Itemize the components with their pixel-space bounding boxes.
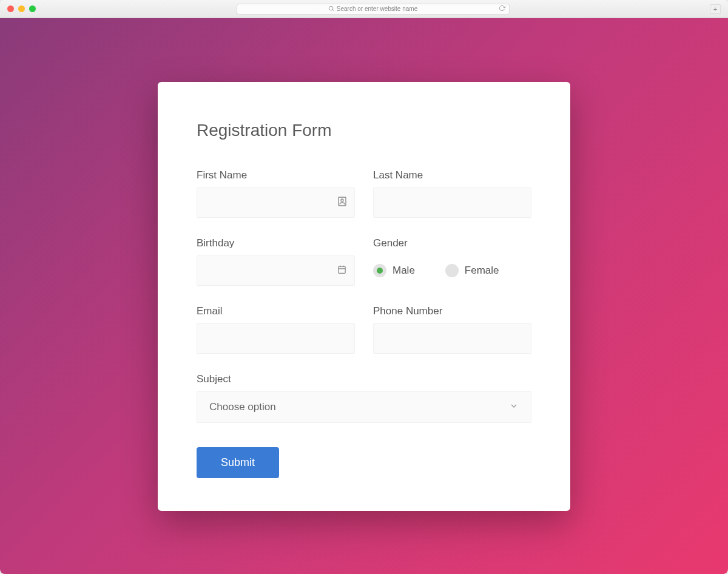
gender-male-radio[interactable]: Male [373, 264, 415, 277]
phone-input[interactable] [373, 323, 531, 354]
svg-line-1 [332, 9, 334, 10]
form-title: Registration Form [197, 121, 531, 140]
maximize-button[interactable] [29, 5, 36, 12]
last-name-input[interactable] [373, 187, 531, 218]
radio-selected-icon [373, 264, 386, 277]
subject-label: Subject [197, 373, 531, 385]
first-name-label: First Name [197, 169, 355, 181]
calendar-icon[interactable] [337, 265, 346, 276]
close-button[interactable] [7, 5, 14, 12]
last-name-group: Last Name [373, 169, 531, 218]
search-icon [328, 5, 334, 13]
svg-point-0 [329, 6, 333, 10]
refresh-icon[interactable] [499, 5, 505, 13]
chevron-down-icon [509, 401, 519, 413]
gender-label: Gender [373, 237, 531, 249]
subject-group: Subject Choose option [197, 373, 531, 423]
submit-button[interactable]: Submit [197, 447, 279, 478]
gender-female-label: Female [465, 265, 499, 277]
birthday-label: Birthday [197, 237, 355, 249]
radio-unselected-icon [445, 264, 459, 277]
address-bar-placeholder: Search or enter website name [337, 5, 417, 12]
gender-male-label: Male [393, 265, 415, 277]
phone-label: Phone Number [373, 305, 531, 317]
address-bar[interactable]: Search or enter website name [237, 4, 510, 15]
phone-group: Phone Number [373, 305, 531, 354]
last-name-label: Last Name [373, 169, 531, 181]
traffic-lights [7, 5, 36, 12]
gender-female-radio[interactable]: Female [445, 264, 499, 277]
gender-group: Gender Male Female [373, 237, 531, 286]
browser-window: Search or enter website name + Registrat… [0, 0, 728, 574]
email-label: Email [197, 305, 355, 317]
svg-point-3 [341, 199, 343, 201]
subject-select[interactable]: Choose option [197, 391, 531, 423]
autofill-icon [338, 197, 346, 209]
registration-form-card: Registration Form First Name [158, 82, 570, 511]
minimize-button[interactable] [18, 5, 25, 12]
subject-placeholder: Choose option [209, 401, 276, 413]
birthday-input[interactable] [197, 255, 355, 286]
email-group: Email [197, 305, 355, 354]
page-content: Registration Form First Name [0, 18, 728, 574]
birthday-group: Birthday [197, 237, 355, 286]
first-name-input[interactable] [197, 187, 355, 218]
svg-rect-4 [339, 266, 345, 273]
new-tab-button[interactable]: + [710, 4, 721, 14]
email-input[interactable] [197, 323, 355, 354]
browser-chrome: Search or enter website name + [0, 0, 728, 18]
first-name-group: First Name [197, 169, 355, 218]
